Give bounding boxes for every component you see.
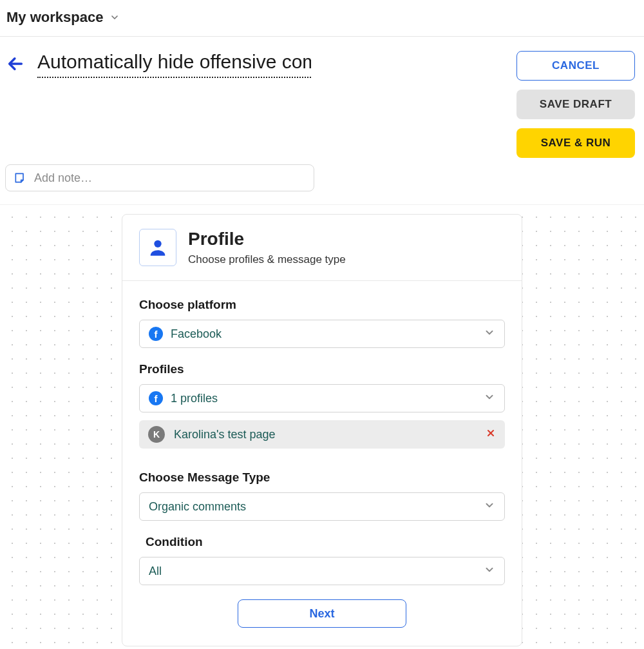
selected-profile-name: Karolina's test page bbox=[174, 428, 477, 441]
condition-value: All bbox=[149, 565, 162, 578]
note-row bbox=[0, 164, 644, 204]
profile-card: Profile Choose profiles & message type C… bbox=[122, 214, 522, 646]
chevron-down-icon bbox=[484, 564, 495, 579]
back-button[interactable] bbox=[6, 55, 24, 73]
next-button[interactable]: Next bbox=[238, 599, 406, 628]
condition-label: Condition bbox=[139, 535, 505, 549]
facebook-icon: f bbox=[149, 327, 163, 341]
svg-point-1 bbox=[154, 240, 161, 247]
remove-profile-button[interactable] bbox=[486, 428, 496, 441]
profile-icon bbox=[139, 229, 176, 266]
chevron-down-icon bbox=[109, 12, 120, 23]
card-title: Profile bbox=[188, 229, 346, 249]
profiles-select[interactable]: f 1 profiles bbox=[139, 384, 505, 412]
message-type-select[interactable]: Organic comments bbox=[139, 492, 505, 521]
next-row: Next bbox=[139, 585, 505, 628]
action-buttons: CANCEL SAVE DRAFT SAVE & RUN bbox=[516, 51, 635, 158]
workspace-switcher[interactable]: My workspace bbox=[6, 9, 120, 26]
chevron-down-icon bbox=[484, 391, 495, 406]
platform-value: Facebook bbox=[171, 327, 222, 341]
avatar: K bbox=[148, 426, 165, 443]
card-header-text: Profile Choose profiles & message type bbox=[188, 229, 346, 266]
condition-select[interactable]: All bbox=[139, 557, 505, 585]
card-body: Choose platform f Facebook Profiles f 1 … bbox=[122, 281, 522, 646]
selected-profile-chip: K Karolina's test page bbox=[139, 420, 505, 449]
chevron-down-icon bbox=[484, 327, 495, 342]
topbar: My workspace bbox=[0, 0, 644, 37]
cancel-button[interactable]: CANCEL bbox=[516, 51, 635, 81]
header-row: CANCEL SAVE DRAFT SAVE & RUN bbox=[0, 37, 644, 164]
message-type-value: Organic comments bbox=[149, 500, 246, 514]
profiles-value: 1 profiles bbox=[171, 392, 218, 405]
card-subtitle: Choose profiles & message type bbox=[188, 253, 346, 266]
save-run-button[interactable]: SAVE & RUN bbox=[516, 128, 635, 158]
card-header: Profile Choose profiles & message type bbox=[122, 215, 522, 281]
automation-title-input[interactable] bbox=[37, 51, 311, 78]
profiles-label: Profiles bbox=[139, 362, 505, 376]
platform-label: Choose platform bbox=[139, 298, 505, 312]
note-icon bbox=[14, 171, 26, 184]
workspace-name: My workspace bbox=[6, 9, 103, 26]
message-type-label: Choose Message Type bbox=[139, 470, 505, 485]
note-input-wrap[interactable] bbox=[5, 164, 314, 191]
canvas: Profile Choose profiles & message type C… bbox=[0, 204, 644, 649]
facebook-icon: f bbox=[149, 391, 163, 405]
note-input[interactable] bbox=[34, 171, 306, 185]
platform-select[interactable]: f Facebook bbox=[139, 320, 505, 348]
title-wrap bbox=[37, 51, 504, 78]
save-draft-button[interactable]: SAVE DRAFT bbox=[516, 90, 635, 119]
chevron-down-icon bbox=[484, 499, 495, 514]
